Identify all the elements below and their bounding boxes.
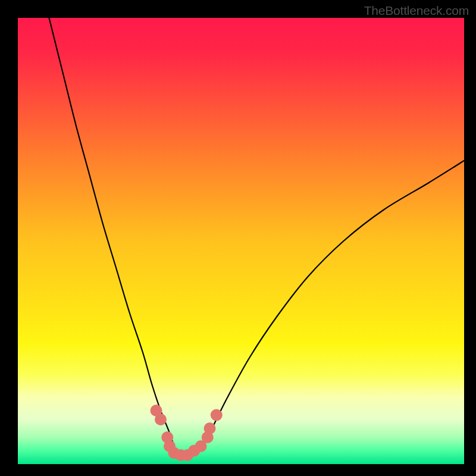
highlight-dot [204, 422, 216, 434]
gradient-background [18, 18, 464, 464]
watermark-label: TheBottleneck.com [364, 4, 469, 18]
chart-frame: TheBottleneck.com [0, 0, 476, 476]
bottleneck-chart [18, 18, 464, 464]
highlight-dot [211, 409, 223, 421]
highlight-dot [155, 414, 167, 425]
